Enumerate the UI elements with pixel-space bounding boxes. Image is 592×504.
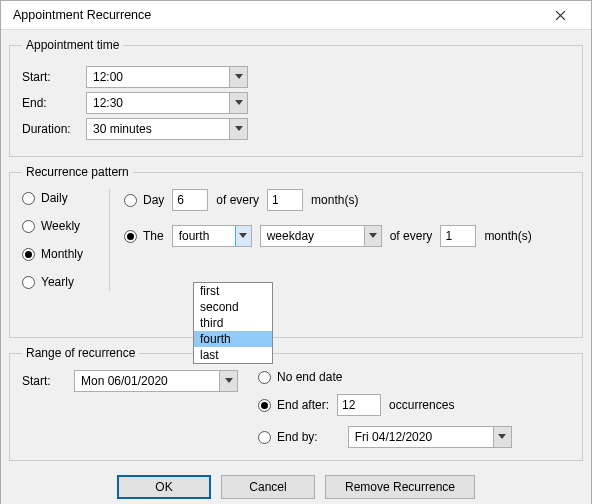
ordinal-input[interactable]: [173, 226, 235, 246]
monthly-day-input[interactable]: [172, 189, 208, 211]
appointment-time-legend: Appointment time: [22, 38, 123, 52]
monthly-by-day-radio[interactable]: Day: [124, 193, 164, 207]
monthly-day-label: Day: [143, 193, 164, 207]
monthly-by-day-row: Day of every month(s): [124, 189, 570, 211]
end-by-combo[interactable]: [348, 426, 512, 448]
freq-yearly-radio[interactable]: Yearly: [22, 275, 103, 289]
months-suffix-label-2: month(s): [484, 229, 531, 243]
monthly-months1-input[interactable]: [267, 189, 303, 211]
freq-weekly-radio[interactable]: Weekly: [22, 219, 103, 233]
radio-icon: [124, 194, 137, 207]
ordinal-option[interactable]: fourth: [194, 331, 272, 347]
start-time-combo[interactable]: [86, 66, 248, 88]
weekday-combo[interactable]: [260, 225, 382, 247]
ordinal-option[interactable]: second: [194, 299, 272, 315]
range-start-label: Start:: [22, 370, 66, 388]
ordinal-combo[interactable]: [172, 225, 252, 247]
remove-recurrence-button[interactable]: Remove Recurrence: [325, 475, 475, 499]
radio-icon: [258, 399, 271, 412]
cancel-button[interactable]: Cancel: [221, 475, 315, 499]
ordinal-option[interactable]: first: [194, 283, 272, 299]
duration-label: Duration:: [22, 122, 86, 136]
close-button[interactable]: [539, 1, 581, 29]
end-after-input[interactable]: [337, 394, 381, 416]
chevron-down-icon: [239, 233, 247, 239]
monthly-by-ordinal-radio[interactable]: The: [124, 229, 164, 243]
of-every-label-2: of every: [390, 229, 433, 243]
duration-combo[interactable]: [86, 118, 248, 140]
end-time-input[interactable]: [87, 93, 229, 113]
freq-yearly-label: Yearly: [41, 275, 74, 289]
monthly-months2-input[interactable]: [440, 225, 476, 247]
chevron-down-icon: [235, 74, 243, 80]
freq-daily-radio[interactable]: Daily: [22, 191, 103, 205]
freq-weekly-label: Weekly: [41, 219, 80, 233]
duration-input[interactable]: [87, 119, 229, 139]
end-after-radio[interactable]: End after:: [258, 398, 329, 412]
radio-icon: [258, 431, 271, 444]
radio-icon: [22, 248, 35, 261]
freq-daily-label: Daily: [41, 191, 68, 205]
recurrence-pattern-group: Recurrence pattern Daily Weekly Monthly: [9, 165, 583, 338]
freq-monthly-label: Monthly: [41, 247, 83, 261]
months-suffix-label: month(s): [311, 193, 358, 207]
range-legend: Range of recurrence: [22, 346, 139, 360]
ordinal-arrow[interactable]: [235, 226, 251, 246]
close-icon: [555, 10, 566, 21]
radio-icon: [258, 371, 271, 384]
end-label: End:: [22, 96, 86, 110]
chevron-down-icon: [369, 233, 377, 239]
end-by-arrow[interactable]: [493, 427, 511, 447]
start-time-arrow[interactable]: [229, 67, 247, 87]
button-bar: OK Cancel Remove Recurrence: [9, 469, 583, 501]
freq-monthly-radio[interactable]: Monthly: [22, 247, 103, 261]
monthly-by-ordinal-row: The: [124, 225, 570, 247]
no-end-date-radio[interactable]: No end date: [258, 370, 512, 384]
end-after-label: End after:: [277, 398, 329, 412]
chevron-down-icon: [235, 126, 243, 132]
range-start-input[interactable]: [75, 371, 219, 391]
ordinal-option[interactable]: last: [194, 347, 272, 363]
range-start-combo[interactable]: [74, 370, 238, 392]
ok-button[interactable]: OK: [117, 475, 211, 499]
weekday-input[interactable]: [261, 226, 364, 246]
chevron-down-icon: [225, 378, 233, 384]
radio-icon: [22, 192, 35, 205]
dialog: Appointment Recurrence Appointment time …: [0, 0, 592, 504]
end-by-label: End by:: [277, 430, 318, 444]
the-label: The: [143, 229, 164, 243]
radio-icon: [22, 276, 35, 289]
recurrence-pattern-legend: Recurrence pattern: [22, 165, 133, 179]
range-start-arrow[interactable]: [219, 371, 237, 391]
end-by-radio[interactable]: End by:: [258, 430, 318, 444]
occurrences-label: occurrences: [389, 398, 454, 412]
start-label: Start:: [22, 70, 86, 84]
end-by-input[interactable]: [349, 427, 493, 447]
of-every-label: of every: [216, 193, 259, 207]
radio-icon: [22, 220, 35, 233]
start-time-input[interactable]: [87, 67, 229, 87]
chevron-down-icon: [498, 434, 506, 440]
range-group: Range of recurrence Start: No end date: [9, 346, 583, 461]
no-end-date-label: No end date: [277, 370, 342, 384]
chevron-down-icon: [235, 100, 243, 106]
dialog-title: Appointment Recurrence: [13, 8, 539, 22]
appointment-time-group: Appointment time Start: End:: [9, 38, 583, 157]
weekday-arrow[interactable]: [364, 226, 381, 246]
titlebar: Appointment Recurrence: [1, 1, 591, 30]
end-time-combo[interactable]: [86, 92, 248, 114]
duration-arrow[interactable]: [229, 119, 247, 139]
radio-icon: [124, 230, 137, 243]
ordinal-dropdown-list[interactable]: firstsecondthirdfourthlast: [193, 282, 273, 364]
ordinal-option[interactable]: third: [194, 315, 272, 331]
end-time-arrow[interactable]: [229, 93, 247, 113]
